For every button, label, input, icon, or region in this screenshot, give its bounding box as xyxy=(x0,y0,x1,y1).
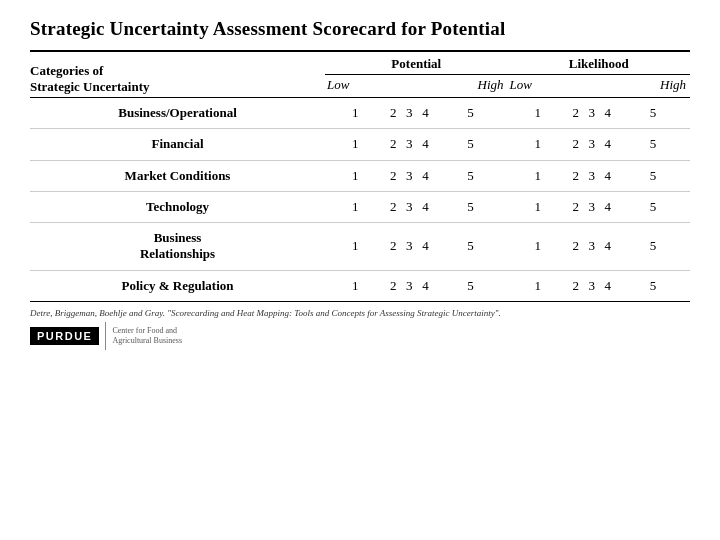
scale-cell: 5 xyxy=(433,98,507,129)
table-row: Business Relationships1234512345 xyxy=(30,223,690,271)
scale-cell: 2 xyxy=(568,270,584,301)
header-row: Categories of Strategic Uncertainty Pote… xyxy=(30,52,690,75)
scale-cell: 3 xyxy=(401,160,417,191)
row-label: Policy & Regulation xyxy=(30,270,325,301)
footer-citation: Detre, Briggeman, Boehlje and Gray. "Sco… xyxy=(30,308,690,318)
scale-cell: 5 xyxy=(433,191,507,222)
scale-cell: 1 xyxy=(325,129,385,160)
scale-cell: 3 xyxy=(584,270,600,301)
scale-cell: 2 xyxy=(385,223,401,271)
scale-cell: 3 xyxy=(584,160,600,191)
scale-cell: 2 xyxy=(385,270,401,301)
scale-cell: 4 xyxy=(417,191,433,222)
scale-cell: 2 xyxy=(568,223,584,271)
scale-cell: 5 xyxy=(616,98,690,129)
scale-cell: 5 xyxy=(616,223,690,271)
table-row: Business/Operational1234512345 xyxy=(30,98,690,129)
footer-logo: PURDUE Center for Food and Agricultural … xyxy=(30,322,690,350)
scale-cell: 3 xyxy=(584,223,600,271)
scale-cell: 3 xyxy=(584,98,600,129)
likelihood-header: Likelihood xyxy=(508,52,691,75)
scale-cell: 1 xyxy=(508,129,568,160)
scale-cell: 2 xyxy=(385,191,401,222)
scale-cell: 4 xyxy=(417,270,433,301)
low-potential-label: Low xyxy=(325,75,385,98)
scale-cell: 4 xyxy=(600,270,616,301)
scale-cell: 5 xyxy=(616,270,690,301)
scale-cell: 5 xyxy=(433,129,507,160)
scale-cell: 1 xyxy=(325,160,385,191)
scale-cell: 1 xyxy=(508,98,568,129)
scale-cell: 4 xyxy=(417,98,433,129)
scale-cell: 1 xyxy=(325,98,385,129)
scale-cell: 1 xyxy=(508,223,568,271)
scale-cell: 4 xyxy=(417,129,433,160)
scale-cell: 3 xyxy=(584,129,600,160)
scale-cell: 1 xyxy=(325,191,385,222)
high-potential-label: High xyxy=(433,75,507,98)
row-label: Technology xyxy=(30,191,325,222)
scale-cell: 3 xyxy=(401,129,417,160)
category-header: Categories of Strategic Uncertainty xyxy=(30,52,325,98)
scale-cell: 4 xyxy=(600,191,616,222)
scale-cell: 3 xyxy=(584,191,600,222)
logo-divider xyxy=(105,322,106,350)
scale-cell: 5 xyxy=(616,160,690,191)
scale-cell: 5 xyxy=(433,223,507,271)
scale-cell: 5 xyxy=(433,160,507,191)
table-row: Financial1234512345 xyxy=(30,129,690,160)
page: Strategic Uncertainty Assessment Scoreca… xyxy=(0,0,720,540)
scale-cell: 5 xyxy=(616,191,690,222)
logo-block: PURDUE Center for Food and Agricultural … xyxy=(30,322,182,350)
low-likelihood-label: Low xyxy=(508,75,568,98)
purdue-logo: PURDUE xyxy=(30,327,99,345)
page-title: Strategic Uncertainty Assessment Scoreca… xyxy=(30,18,690,40)
row-label: Market Conditions xyxy=(30,160,325,191)
scale-cell: 3 xyxy=(401,270,417,301)
scale-cell: 4 xyxy=(417,160,433,191)
table-row: Policy & Regulation1234512345 xyxy=(30,270,690,301)
scale-cell: 1 xyxy=(325,270,385,301)
scale-cell: 4 xyxy=(600,129,616,160)
table-row: Market Conditions1234512345 xyxy=(30,160,690,191)
scale-cell: 2 xyxy=(568,129,584,160)
row-label: Business/Operational xyxy=(30,98,325,129)
scale-cell: 5 xyxy=(616,129,690,160)
scorecard-table: Categories of Strategic Uncertainty Pote… xyxy=(30,52,690,302)
scale-cell: 2 xyxy=(568,191,584,222)
scale-cell: 2 xyxy=(385,129,401,160)
scale-cell: 1 xyxy=(325,223,385,271)
high-likelihood-label: High xyxy=(616,75,690,98)
scale-cell: 4 xyxy=(417,223,433,271)
scale-cell: 5 xyxy=(433,270,507,301)
scale-cell: 4 xyxy=(600,223,616,271)
scale-cell: 1 xyxy=(508,191,568,222)
scale-cell: 4 xyxy=(600,160,616,191)
scale-cell: 2 xyxy=(385,160,401,191)
scale-cell: 2 xyxy=(568,160,584,191)
scale-cell: 1 xyxy=(508,270,568,301)
row-label: Financial xyxy=(30,129,325,160)
table-body: Business/Operational1234512345Financial1… xyxy=(30,98,690,302)
scale-cell: 3 xyxy=(401,223,417,271)
row-label: Business Relationships xyxy=(30,223,325,271)
table-row: Technology1234512345 xyxy=(30,191,690,222)
potential-header: Potential xyxy=(325,52,507,75)
center-label: Center for Food and Agricultural Busines… xyxy=(112,326,182,345)
scale-cell: 2 xyxy=(568,98,584,129)
scale-cell: 1 xyxy=(508,160,568,191)
scale-cell: 4 xyxy=(600,98,616,129)
scale-cell: 2 xyxy=(385,98,401,129)
scale-cell: 3 xyxy=(401,191,417,222)
scale-cell: 3 xyxy=(401,98,417,129)
